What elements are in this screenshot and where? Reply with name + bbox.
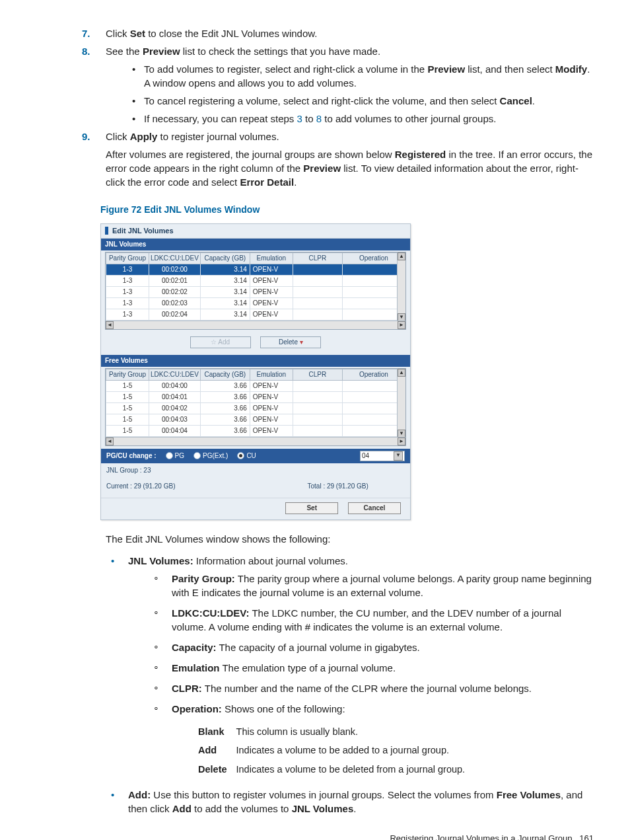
cancel-button[interactable]: Cancel [348,502,401,514]
table-row[interactable]: 1-300:02:043.14OPEN-V [106,309,405,320]
add-delete-row: ☆ Add Delete ▾ [101,332,410,355]
radio-pg-ext[interactable]: PG(Ext.) [193,451,228,461]
col-operation[interactable]: Operation [342,369,405,380]
delete-button[interactable]: Delete ▾ [260,336,321,348]
desc-operation: Operation: Shows one of the following: B… [153,702,594,779]
page-number: 161 [579,833,594,840]
col-clpr[interactable]: CLPR [293,252,342,264]
step-number: 9. [82,130,90,143]
footer-section-title: Registering Journal Volumes in a Journal… [390,833,572,840]
table-row[interactable]: 1-500:04:043.66OPEN-V [106,425,405,436]
table-row: BlankThis column is usually blank. [198,722,474,741]
jnl-volumes-table: Parity Group LDKC:CU:LDEV Capacity (GB) … [106,252,405,321]
pg-cu-label: PG/CU change : [106,451,157,461]
vertical-scrollbar[interactable]: ▲▼ [397,252,405,321]
current-label: Current : 29 (91.20 GB) [106,482,176,491]
free-volumes-table-wrap: Parity Group LDKC:CU:LDEV Capacity (GB) … [105,368,406,446]
step-7: 7. Click Set to close the Edit JNL Volum… [106,26,594,40]
description-list: JNL Volumes: Information about journal v… [36,554,594,816]
pg-cu-change-row: PG/CU change : PG PG(Ext.) CU 04 ▼ [101,449,410,463]
col-operation[interactable]: Operation [342,252,405,264]
col-parity-group[interactable]: Parity Group [106,369,149,380]
bullet-item: If necessary, you can repeat steps 3 to … [132,112,594,126]
add-button[interactable]: ☆ Add [190,336,251,348]
col-ldkc-cu-ldev[interactable]: LDKC:CU:LDEV [149,252,201,264]
step-number: 7. [82,26,90,40]
chevron-down-icon: ▼ [394,451,403,461]
step-link-3[interactable]: 3 [297,113,302,124]
horizontal-scrollbar[interactable]: ◄► [106,437,405,445]
bottom-button-row: Set Cancel [101,498,410,519]
step-link-8[interactable]: 8 [316,113,322,124]
desc-capacity: Capacity: The capacity of a journal volu… [153,640,594,654]
free-volumes-table: Parity Group LDKC:CU:LDEV Capacity (GB) … [106,369,405,437]
col-capacity[interactable]: Capacity (GB) [200,369,250,380]
step-9: 9. Click Apply to register journal volum… [106,130,594,189]
window-title: Edit JNL Volumes [101,224,410,239]
desc-jnl-volumes: JNL Volumes: Information about journal v… [106,554,594,779]
set-button[interactable]: Set [285,502,338,514]
vertical-scrollbar[interactable]: ▲▼ [397,369,405,438]
col-capacity[interactable]: Capacity (GB) [200,252,250,264]
desc-emulation: Emulation The emulation type of a journa… [153,661,594,675]
desc-add: Add: Use this button to register volumes… [106,788,594,816]
bullet-item: To cancel registering a volume, select a… [132,94,594,108]
radio-cu[interactable]: CU [237,451,256,461]
col-clpr[interactable]: CLPR [293,369,342,380]
col-emulation[interactable]: Emulation [250,252,293,264]
radio-pg[interactable]: PG [166,451,184,461]
table-row[interactable]: 1-300:02:023.14OPEN-V [106,286,405,297]
bullet-item: To add volumes to register, select and r… [132,62,594,90]
combo-value: 04 [362,451,369,461]
table-row[interactable]: 1-500:04:023.66OPEN-V [106,402,405,414]
horizontal-scrollbar[interactable]: ◄► [106,321,405,329]
table-row[interactable]: 1-500:04:003.66OPEN-V [106,380,405,391]
step-8-bullets: To add volumes to register, select and r… [106,62,594,126]
numbered-steps: 7. Click Set to close the Edit JNL Volum… [36,26,594,189]
free-volumes-header: Free Volumes [101,355,410,367]
desc-ldkc: LDKC:CU:LDEV: The LDKC number, the CU nu… [153,606,594,634]
col-emulation[interactable]: Emulation [250,369,293,380]
jnl-volumes-table-wrap: Parity Group LDKC:CU:LDEV Capacity (GB) … [105,252,406,330]
operation-values-table: BlankThis column is usually blank.AddInd… [198,722,474,779]
after-figure-text: The Edit JNL Volumes window shows the fo… [106,532,594,546]
page-footer: Registering Journal Volumes in a Journal… [36,833,594,840]
table-row[interactable]: 1-300:02:033.14OPEN-V [106,297,405,309]
table-row[interactable]: 1-500:04:033.66OPEN-V [106,414,405,425]
edit-jnl-volumes-window: Edit JNL Volumes JNL Volumes Parity Grou… [100,223,411,520]
step-number: 8. [82,44,90,58]
col-parity-group[interactable]: Parity Group [106,252,149,264]
table-row[interactable]: 1-500:04:013.66OPEN-V [106,391,405,402]
table-row[interactable]: 1-300:02:013.14OPEN-V [106,275,405,286]
table-row: DeleteIndicates a volume to be deleted f… [198,760,474,779]
figure-caption: Figure 72 Edit JNL Volumes Window [100,204,594,217]
jnl-volumes-header: JNL Volumes [101,239,410,250]
step-9-para: After volumes are registered, the journa… [106,147,594,189]
desc-clpr: CLPR: The number and the name of the CLP… [153,681,594,695]
jnl-sub-list: Parity Group: The parity group where a j… [128,572,594,779]
cu-combo[interactable]: 04 ▼ [360,451,405,461]
step-8: 8. See the Preview list to check the set… [106,44,594,126]
col-ldkc-cu-ldev[interactable]: LDKC:CU:LDEV [149,369,201,380]
total-label: Total : 29 (91.20 GB) [308,482,368,491]
table-row[interactable]: 1-300:02:003.14OPEN-V [106,264,405,275]
jnl-group-label: JNL Group : 23 [106,466,405,475]
table-row: AddIndicates a volume to be added to a j… [198,741,474,759]
desc-parity-group: Parity Group: The parity group where a j… [153,572,594,599]
status-area: JNL Group : 23 Current : 29 (91.20 GB) T… [101,463,410,498]
